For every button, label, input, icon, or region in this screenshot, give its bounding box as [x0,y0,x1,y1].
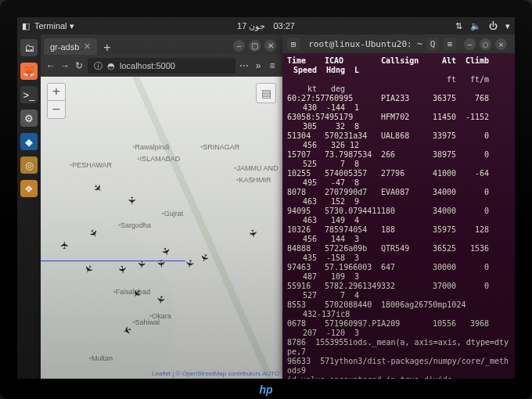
city-label: •ISLAMABAD [138,155,181,163]
browser-toolbar: ← → ↻ ⓘ ◓ localhost:5000 ⋯ » ≡ [41,55,282,77]
aircraft-icon[interactable]: ✈ [154,295,167,305]
table-row: 8553570208844018006ag26750mp1024432-137i… [287,300,510,319]
topbar-time[interactable]: 03:27 [273,21,295,31]
reader-mode-icon[interactable]: ⋯ [239,60,250,71]
dock-item-files[interactable]: 🗂 [20,39,38,56]
city-label: •SRINAGAR [200,143,239,151]
map-tiles [41,77,282,379]
window-close-button[interactable]: ✕ [264,40,276,52]
terminal-line: 8786 1553955iods._mean(a, axis=axis, dty… [287,338,510,357]
city-label: •Sargodha [118,221,151,229]
table-row: 1570773.798753426638975052578 [287,150,510,169]
nav-back-icon[interactable]: ← [45,60,56,71]
window-close-button[interactable]: ✕ [495,38,507,50]
terminal-title: root@linux-Ubuntu20: ~ [304,39,426,49]
address-bar[interactable]: ⓘ ◓ localhost:5000 [88,58,235,74]
nav-forward-icon[interactable]: → [59,60,70,71]
url-text: localhost:5000 [120,61,175,70]
terminal-output[interactable]: TimeICAOCallsignAltClimbSpeedHdngLftft/m… [282,53,515,379]
system-menu-caret-icon[interactable]: ▾ [505,21,510,31]
table-row: 559165782.296134933237000052774 [287,282,510,300]
browser-tabbar: gr-adsb ✕ + – ▢ ✕ [41,34,282,55]
volume-icon[interactable]: 🔈 [470,21,481,31]
window-minimize-button[interactable]: – [233,40,245,52]
map-viewport[interactable]: + – ▤ •PESHAWAR•Rawalpindi•ISLAMABAD•SRI… [41,77,282,379]
table-row: 63058:57495179HFM70211450-1152305328 [287,113,510,131]
aircraft-track [41,261,185,261]
nav-reload-icon[interactable]: ↻ [74,60,84,71]
network-icon[interactable]: ⇅ [455,21,462,31]
active-app-label[interactable]: Terminal ▾ [34,21,74,31]
topbar-date[interactable]: جون 17 [237,21,265,31]
terminal-titlebar: ⊞ root@linux-Ubuntu20: ~ Q ≡ – ▢ ✕ [282,34,515,53]
power-icon[interactable]: ⏻ [489,21,498,31]
zoom-control: + – [47,83,66,119]
hamburger-menu-icon[interactable]: ≡ [267,60,278,71]
browser-window: gr-adsb ✕ + – ▢ ✕ ← → ↻ ⓘ ◓ localhost:50… [41,34,282,379]
map-attribution: Leaflet | © OpenStreetMap contributors A… [152,370,279,377]
city-label: •JAMMU AND [234,164,278,172]
terminal-menu-icon[interactable]: ≡ [444,38,456,50]
city-label: •Gujrat [162,210,184,217]
layers-button[interactable]: ▤ [256,83,276,103]
site-info-icon[interactable]: ⓘ [94,60,102,72]
city-label: •Multan [89,354,113,362]
table-row: 102555740053572779641000-64495-478 [287,169,510,188]
dock-item-app-c[interactable]: ❖ [20,180,38,197]
city-label: •Rawalpindi [132,143,169,151]
dock-item-terminal[interactable]: >_ [20,86,38,103]
dock: 🗂🦊>_⚙◆◎❖ [17,34,41,379]
zoom-in-button[interactable]: + [48,84,65,101]
dock-item-firefox[interactable]: 🦊 [20,63,38,80]
table-row: 0678571960997.PIA209105563968207-1203 [287,319,510,338]
city-label: •PESHAWAR [70,161,112,169]
table-row: 10326785974054188359751284561443 [287,225,510,244]
aircraft-icon[interactable]: ✈ [126,196,138,205]
new-tab-button[interactable]: + [97,41,117,55]
dock-item-settings[interactable]: ⚙ [20,110,38,127]
aircraft-icon[interactable]: ✈ [184,258,197,268]
city-label: •Okara [149,312,171,320]
monitor-logo: hp [259,383,272,396]
tab-title: gr-adsb [50,42,79,52]
dock-item-app-a[interactable]: ◆ [20,133,38,150]
window-maximize-button[interactable]: ▢ [249,40,261,52]
overflow-menu-icon[interactable]: » [253,60,264,71]
tab-close-icon[interactable]: ✕ [84,41,91,52]
gnome-topbar: ◧ Terminal ▾ جون 17 03:27 ⇅ 🔈 ⏻ ▾ [17,17,515,34]
window-minimize-button[interactable]: – [464,38,476,50]
terminal-line: 96633 571ython3/dist-packages/numpy/core… [287,357,510,376]
table-row: 60:27:57760995PIA23336375768430-1441 [287,94,510,113]
dock-item-app-b[interactable]: ◎ [20,156,38,174]
terminal-tab-icon[interactable]: ⊞ [287,38,300,50]
activities-icon[interactable]: ◧ [22,21,31,31]
city-label: •KASHMIR [236,176,271,184]
table-row: 80782707990d7EVA0873400004631529 [287,188,510,207]
table-row: TimeICAOCallsignAltClimbSpeedHdngL [287,56,510,75]
browser-tab[interactable]: gr-adsb ✕ [44,38,97,55]
aircraft-icon[interactable]: ✈ [59,241,70,250]
terminal-line: id value encountered in true_divide [287,376,510,379]
window-maximize-button[interactable]: ▢ [480,38,491,50]
shield-icon[interactable]: ◓ [107,61,115,71]
table-row: 940955730.07944111803400004631494 [287,207,510,225]
zoom-out-button[interactable]: – [48,101,65,118]
table-row: ftft/mktdeg [287,75,510,94]
table-row: 8488857226a09bQTR549365251536435-1583 [287,244,510,263]
table-row: 9746357.19660036473000004871093 [287,263,510,282]
terminal-search-icon[interactable]: Q [426,38,439,50]
terminal-window: ⊞ root@linux-Ubuntu20: ~ Q ≡ – ▢ ✕ TimeI… [282,34,515,379]
table-row: 51304570231a34UAL86833975045632612 [287,131,510,150]
